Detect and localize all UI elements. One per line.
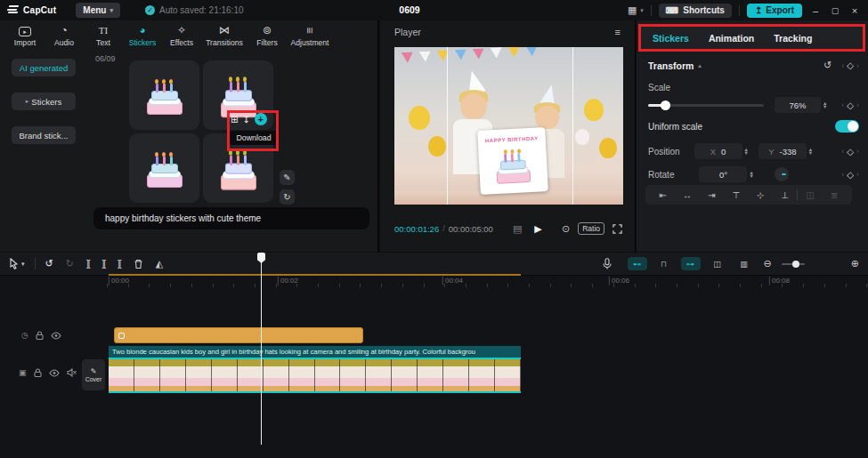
step-down-icon[interactable]: ▾ xyxy=(750,174,752,178)
focus-icon[interactable]: ⊙ xyxy=(562,223,570,235)
align-right-icon[interactable]: ⇥ xyxy=(700,190,724,200)
maximize-button[interactable]: ▢ xyxy=(829,6,841,15)
align-bottom-icon[interactable]: ⊥ xyxy=(773,190,797,200)
keyframe-icon[interactable]: ◇ xyxy=(847,100,854,110)
split-right-icon[interactable]: ][ xyxy=(118,259,121,269)
main-track-magnet-icon[interactable]: ⊷ xyxy=(628,257,647,270)
scale-value-field[interactable]: 76% xyxy=(775,97,821,113)
keyframe-icon[interactable]: ◇ xyxy=(847,147,854,157)
x-stepper[interactable]: ▴ ▾ xyxy=(745,148,748,154)
transform-section-header[interactable]: Transform ▴ ↺ ‹ ◇ › xyxy=(648,60,859,71)
select-tool-caret-icon[interactable]: ▾ xyxy=(21,261,25,268)
mute-speaker-icon[interactable] xyxy=(67,368,77,377)
voiceover-mic-icon[interactable] xyxy=(603,258,612,269)
clock-icon[interactable]: ◷ xyxy=(21,331,28,340)
align-left-icon[interactable]: ⇤ xyxy=(651,190,675,200)
layout-caret-icon[interactable]: ▾ xyxy=(640,7,644,14)
position-y-field[interactable]: Y -338 xyxy=(758,143,807,159)
select-tool-icon[interactable] xyxy=(9,258,20,269)
tab-stickers-properties[interactable]: Stickers xyxy=(653,33,689,44)
tab-tracking[interactable]: Tracking xyxy=(774,33,812,44)
prev-keyframe-icon[interactable]: ‹ xyxy=(841,61,844,70)
snapping-icon[interactable]: ⊓ xyxy=(654,257,674,270)
multi-clip-select-icon[interactable]: ◫ xyxy=(708,257,727,270)
prev-keyframe-icon[interactable]: ‹ xyxy=(841,100,844,109)
sticker-card-3[interactable] xyxy=(129,133,199,203)
scale-stepper[interactable]: ▴ ▾ xyxy=(823,101,826,108)
align-top-icon[interactable]: ⊤ xyxy=(724,190,748,200)
tab-transitions[interactable]: ⋈ Transitions xyxy=(201,24,247,47)
text-clip[interactable]: Two blonde caucasian kids boy and girl i… xyxy=(109,346,521,358)
sticker-clip[interactable] xyxy=(114,327,363,343)
keyframe-icon[interactable]: ◇ xyxy=(847,60,854,70)
cover-button[interactable]: ✎ Cover xyxy=(82,359,105,390)
sidebar-item-ai-generated[interactable]: AI generated xyxy=(12,59,76,76)
y-stepper[interactable]: ▴ ▾ xyxy=(809,148,812,154)
frame-icon[interactable]: ▣ xyxy=(19,368,27,377)
ratio-button[interactable]: Ratio xyxy=(578,222,604,235)
split-left-icon[interactable]: ][ xyxy=(102,259,106,269)
tab-animation[interactable]: Animation xyxy=(709,33,754,44)
uniform-scale-toggle[interactable] xyxy=(835,120,859,133)
tab-stickers[interactable]: ◕ Stickers xyxy=(123,24,162,47)
delete-icon[interactable] xyxy=(134,259,143,269)
step-down-icon[interactable]: ▾ xyxy=(823,105,826,108)
tab-adjustment[interactable]: ≡ Adjustment xyxy=(287,24,333,47)
frame-grid-icon[interactable]: ▤ xyxy=(513,223,522,235)
next-keyframe-icon[interactable]: › xyxy=(856,100,859,109)
next-keyframe-icon[interactable]: › xyxy=(856,147,859,156)
step-down-icon[interactable]: ▾ xyxy=(745,151,748,155)
split-icon[interactable]: ][ xyxy=(86,259,90,269)
rotate-stepper[interactable]: ▴ ▾ xyxy=(750,171,752,177)
undo-icon[interactable]: ↺ xyxy=(45,258,53,269)
reset-icon[interactable]: ↺ xyxy=(823,60,831,71)
next-keyframe-icon[interactable]: › xyxy=(856,170,859,179)
tab-text[interactable]: TI Text xyxy=(84,24,123,47)
eye-icon[interactable] xyxy=(49,369,60,377)
export-button[interactable]: ↥ Export xyxy=(747,4,802,18)
distribute-vertical-icon[interactable]: ≣ xyxy=(823,190,847,200)
lock-icon[interactable] xyxy=(34,368,42,377)
redo-icon[interactable]: ↻ xyxy=(66,258,74,269)
player-menu-icon[interactable]: ≡ xyxy=(615,27,621,37)
rotate-field[interactable]: 0° xyxy=(699,166,747,182)
layout-icon[interactable]: ▦ xyxy=(628,4,637,16)
eye-icon[interactable] xyxy=(51,332,61,340)
ai-sticker-prompt-input[interactable]: happy birthday stickers with cute theme xyxy=(93,207,369,229)
tab-audio[interactable]: ◔ Audio xyxy=(45,24,84,47)
playhead-line[interactable] xyxy=(261,253,262,445)
close-button[interactable]: × xyxy=(848,5,861,16)
edit-draft-button[interactable]: ✎ xyxy=(280,170,295,185)
next-keyframe-icon[interactable]: › xyxy=(856,61,859,70)
timeline-zoom-slider[interactable] xyxy=(782,263,805,265)
lock-icon[interactable] xyxy=(36,331,44,340)
tab-import[interactable]: ▸ Import xyxy=(5,24,45,47)
linking-icon[interactable]: ⊶ xyxy=(681,257,701,270)
keyframe-icon[interactable]: ◇ xyxy=(847,170,854,180)
prev-keyframe-icon[interactable]: ‹ xyxy=(841,170,844,179)
slider-handle[interactable] xyxy=(661,100,670,110)
align-center-horizontal-icon[interactable]: ↔ xyxy=(675,190,699,200)
video-clip[interactable] xyxy=(109,358,521,393)
timeline-zoom-out-icon[interactable]: ⊖ xyxy=(764,258,772,269)
fullscreen-icon[interactable] xyxy=(612,224,622,234)
sidebar-item-brand-stickers[interactable]: Brand stick... xyxy=(12,126,76,144)
birthday-sticker-overlay[interactable]: HAPPY BIRTHDAY xyxy=(477,127,548,195)
prev-keyframe-icon[interactable]: ‹ xyxy=(841,147,844,156)
rotate-knob[interactable] xyxy=(775,167,789,181)
video-preview[interactable]: HAPPY BIRTHDAY xyxy=(394,47,623,205)
distribute-horizontal-icon[interactable]: ◫ xyxy=(798,190,822,200)
regenerate-button[interactable]: ↻ xyxy=(280,189,295,205)
align-center-vertical-icon[interactable]: ⊹ xyxy=(749,190,773,200)
collapse-caret-icon[interactable]: ▴ xyxy=(698,62,702,69)
mirror-icon[interactable]: ◭ xyxy=(156,258,163,269)
timeline-ruler[interactable]: │00:00│00:02│00:04│00:06│00:08 xyxy=(0,276,868,288)
sticker-card-1[interactable] xyxy=(129,60,199,130)
preview-axis-icon[interactable]: ▥ xyxy=(734,257,754,270)
sidebar-item-stickers[interactable]: ▸ Stickers xyxy=(12,92,76,110)
scale-slider[interactable] xyxy=(648,104,764,107)
tab-filters[interactable]: ⊚ Filters xyxy=(247,24,287,47)
menu-button[interactable]: Menu ▾ xyxy=(76,3,120,18)
shortcuts-button[interactable]: ⌨ Shortcuts xyxy=(659,4,732,18)
position-x-field[interactable]: X 0 xyxy=(694,143,742,159)
